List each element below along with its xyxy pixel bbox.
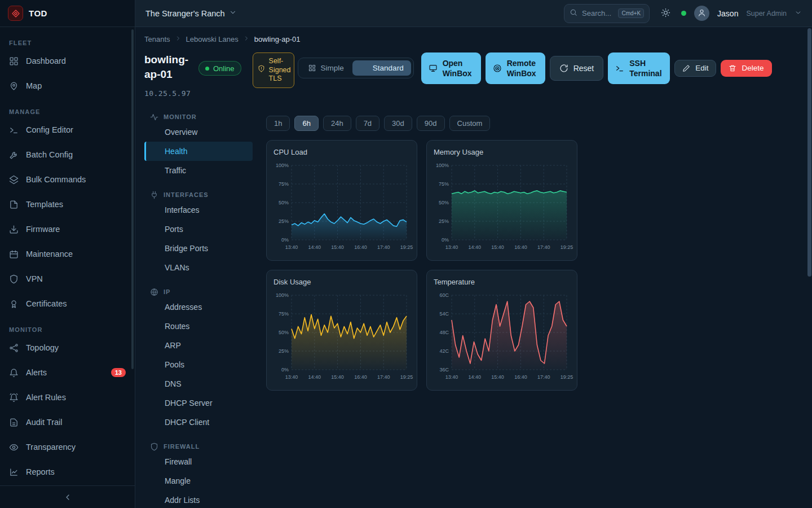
- avatar[interactable]: [694, 6, 709, 21]
- sidebar-item-label: Alerts: [26, 368, 47, 377]
- sidebar-scrollbar[interactable]: [131, 29, 134, 369]
- open-winbox-button[interactable]: Open WinBox: [421, 52, 481, 84]
- sidebar-item-label: Config Editor: [26, 125, 73, 134]
- svg-text:36C: 36C: [439, 367, 449, 373]
- plug-icon: [150, 191, 158, 199]
- subnav-item-dhcp-server[interactable]: DHCP Server: [144, 393, 253, 413]
- subnav-item-overview[interactable]: Overview: [144, 122, 253, 142]
- svg-text:17:40: 17:40: [537, 244, 550, 250]
- sidebar-item-templates[interactable]: Templates: [0, 192, 135, 217]
- svg-text:25%: 25%: [439, 218, 449, 224]
- window-scrollbar[interactable]: [807, 28, 811, 506]
- subnav-section-label: IP: [164, 288, 170, 295]
- subnav-item-interfaces[interactable]: Interfaces: [144, 200, 253, 220]
- time-range-1h[interactable]: 1h: [266, 116, 290, 131]
- remote-winbox-button[interactable]: Remote WinBox: [486, 52, 545, 84]
- sidebar-item-transparency[interactable]: Transparency: [0, 435, 135, 459]
- subnav-item-traffic[interactable]: Traffic: [144, 161, 253, 180]
- sidebar-item-reports[interactable]: Reports: [0, 459, 135, 484]
- svg-text:75%: 75%: [279, 181, 289, 187]
- subnav-item-health[interactable]: Health: [144, 142, 253, 161]
- mode-label: Simple: [321, 64, 344, 72]
- subnav-item-firewall[interactable]: Firewall: [144, 452, 253, 471]
- user-menu-chevron[interactable]: [795, 9, 802, 18]
- sidebar-item-map[interactable]: Map: [0, 73, 135, 98]
- sidebar-item-label: Bulk Commands: [26, 175, 86, 184]
- subnav-item-pools[interactable]: Pools: [144, 355, 253, 374]
- search-shortcut-kbd: Cmd+K: [618, 8, 644, 18]
- sidebar-item-config-editor[interactable]: Config Editor: [0, 117, 135, 142]
- svg-text:17:40: 17:40: [377, 244, 390, 250]
- subnav-section-interfaces: INTERFACES: [144, 189, 253, 200]
- svg-text:50%: 50%: [439, 200, 449, 205]
- time-range-7d[interactable]: 7d: [356, 116, 379, 131]
- subnav-item-dhcp-client[interactable]: DHCP Client: [144, 413, 253, 432]
- chart-title: Disk Usage: [273, 278, 410, 286]
- view-mode-simple[interactable]: Simple: [301, 60, 351, 76]
- chart-title: Temperature: [434, 278, 570, 286]
- status-label: Online: [213, 64, 235, 73]
- topbar: The Stranger's Ranch Search... Cmd+K Jas…: [135, 0, 812, 27]
- breadcrumb-item-bowling-ap-01: bowling-ap-01: [254, 35, 301, 43]
- time-range-custom[interactable]: Custom: [449, 116, 491, 131]
- svg-text:13:40: 13:40: [285, 374, 298, 380]
- sidebar-collapse-button[interactable]: [0, 485, 135, 508]
- edit-button[interactable]: Edit: [674, 60, 716, 77]
- svg-text:25%: 25%: [279, 348, 289, 354]
- time-range-30d[interactable]: 30d: [384, 116, 412, 131]
- globe-icon: [150, 288, 158, 296]
- sidebar-item-label: Maintenance: [26, 249, 73, 259]
- sidebar-item-batch-config[interactable]: Batch Config: [0, 142, 135, 167]
- sidebar-item-dashboard[interactable]: Dashboard: [0, 49, 135, 73]
- download-icon: [9, 225, 19, 234]
- sidebar: TOD FLEETDashboardMapMANAGEConfig Editor…: [0, 0, 135, 508]
- search-input[interactable]: Search... Cmd+K: [564, 4, 650, 23]
- subnav-item-vlans[interactable]: VLANs: [144, 258, 253, 277]
- app-root: TOD FLEETDashboardMapMANAGEConfig Editor…: [0, 0, 812, 508]
- subnav-item-addr-lists[interactable]: Addr Lists: [144, 491, 253, 508]
- svg-text:60C: 60C: [439, 292, 449, 298]
- sidebar-item-bulk-commands[interactable]: Bulk Commands: [0, 167, 135, 192]
- sidebar-item-maintenance[interactable]: Maintenance: [0, 242, 135, 266]
- charts-column: 1h6h24h7d30d90dCustom CPU Load100%75%50%…: [266, 108, 577, 508]
- svg-text:19:25: 19:25: [400, 374, 413, 380]
- sidebar-item-alerts[interactable]: Alerts13: [0, 360, 135, 385]
- reset-button[interactable]: Reset: [550, 56, 604, 81]
- sidebar-item-topology[interactable]: Topology: [0, 335, 135, 360]
- sidebar-item-audit-trail[interactable]: Audit Trail: [0, 410, 135, 435]
- ssh-terminal-button[interactable]: SSH Terminal: [608, 52, 670, 84]
- svg-text:17:40: 17:40: [377, 374, 390, 380]
- sidebar-item-firmware[interactable]: Firmware: [0, 217, 135, 242]
- subnav-item-dns[interactable]: DNS: [144, 374, 253, 393]
- view-mode-standard[interactable]: Standard: [352, 60, 411, 76]
- subnav-item-ports[interactable]: Ports: [144, 220, 253, 239]
- subnav-item-addresses[interactable]: Addresses: [144, 297, 253, 317]
- chart-plot: 100%75%50%25%0%13:4014:4015:4016:4017:40…: [273, 160, 411, 252]
- subnav-item-arp[interactable]: ARP: [144, 336, 253, 355]
- svg-text:50%: 50%: [279, 200, 289, 205]
- theme-toggle-button[interactable]: [657, 6, 673, 21]
- sidebar-item-vpn[interactable]: VPN: [0, 266, 135, 291]
- subnav-item-routes[interactable]: Routes: [144, 317, 253, 336]
- subnav-item-bridge-ports[interactable]: Bridge Ports: [144, 239, 253, 258]
- breadcrumb-item-lebowski-lanes[interactable]: Lebowski Lanes: [186, 35, 239, 43]
- button-label: SSH Terminal: [629, 58, 663, 78]
- logo[interactable]: TOD: [0, 0, 135, 27]
- sidebar-item-certificates[interactable]: Certificates: [0, 291, 135, 316]
- subnav-section-ip: IP: [144, 286, 253, 297]
- bellring-icon: [9, 393, 19, 402]
- subnav-item-mangle[interactable]: Mangle: [144, 471, 253, 491]
- time-range-6h[interactable]: 6h: [294, 116, 318, 131]
- time-range-90d[interactable]: 90d: [417, 116, 445, 131]
- sidebar-item-alert-rules[interactable]: Alert Rules: [0, 385, 135, 410]
- svg-text:15:40: 15:40: [491, 244, 504, 250]
- status-badge: Online: [198, 61, 241, 76]
- breadcrumb-item-tenants[interactable]: Tenants: [144, 35, 170, 43]
- time-range-24h[interactable]: 24h: [323, 116, 351, 131]
- tenant-selector[interactable]: The Stranger's Ranch: [145, 8, 237, 18]
- svg-text:75%: 75%: [279, 311, 289, 317]
- window-scrollbar-thumb[interactable]: [807, 28, 811, 277]
- svg-text:13:40: 13:40: [445, 374, 458, 380]
- delete-button[interactable]: Delete: [721, 60, 771, 77]
- chart-plot: 100%75%50%25%0%13:4014:4015:4016:4017:40…: [434, 160, 571, 252]
